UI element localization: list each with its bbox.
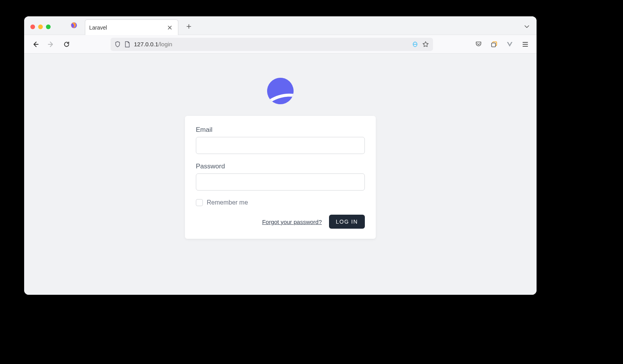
shield-icon	[114, 41, 121, 47]
remember-row: Remember me	[196, 199, 365, 206]
tab-overflow-button[interactable]	[521, 21, 533, 32]
extension-icon[interactable]	[412, 41, 418, 47]
reload-button[interactable]	[60, 38, 73, 51]
remember-label: Remember me	[207, 199, 248, 206]
password-input[interactable]	[196, 173, 365, 191]
multi-window-icon	[491, 41, 498, 48]
hamburger-icon	[522, 41, 529, 48]
forward-button[interactable]	[44, 38, 58, 51]
browser-toolbar: 127.0.0.1/login	[24, 35, 537, 54]
email-input[interactable]	[196, 137, 365, 154]
arrow-left-icon	[32, 41, 39, 48]
app-menu-button[interactable]	[519, 38, 532, 51]
plus-icon	[186, 24, 192, 29]
vue-devtools-button[interactable]	[503, 38, 516, 51]
email-label: Email	[196, 126, 365, 134]
browser-tab[interactable]: Laravel	[85, 19, 178, 35]
app-logo	[266, 77, 294, 105]
arrow-right-icon	[48, 41, 55, 48]
email-field-group: Email	[196, 126, 365, 154]
url-text: 127.0.0.1/login	[134, 41, 408, 47]
star-icon	[422, 41, 429, 48]
login-button[interactable]: LOG IN	[329, 215, 365, 229]
pocket-icon	[475, 41, 482, 48]
close-icon	[167, 25, 172, 30]
close-window-button[interactable]	[30, 24, 35, 29]
container-tabs-button[interactable]	[487, 38, 501, 51]
browser-window: Laravel	[24, 16, 537, 295]
tab-close-button[interactable]	[165, 24, 174, 31]
vue-icon	[506, 41, 513, 48]
page-icon	[125, 41, 130, 47]
minimize-window-button[interactable]	[38, 24, 43, 29]
password-label: Password	[196, 163, 365, 170]
actions-row: Forgot your password? LOG IN	[196, 215, 365, 229]
address-bar[interactable]: 127.0.0.1/login	[111, 38, 433, 51]
auth-container: Email Password Remember me Forgot your p…	[185, 77, 376, 239]
reload-icon	[63, 41, 70, 48]
login-card: Email Password Remember me Forgot your p…	[185, 116, 376, 239]
tab-title: Laravel	[89, 24, 165, 31]
pocket-button[interactable]	[472, 38, 485, 51]
bookmark-button[interactable]	[422, 41, 429, 48]
password-field-group: Password	[196, 163, 365, 191]
new-tab-button[interactable]	[183, 21, 195, 32]
window-controls	[30, 24, 51, 29]
forgot-password-link[interactable]: Forgot your password?	[262, 219, 322, 225]
page-viewport: Email Password Remember me Forgot your p…	[24, 54, 537, 295]
remember-checkbox[interactable]	[196, 199, 203, 206]
maximize-window-button[interactable]	[46, 24, 51, 29]
back-button[interactable]	[29, 38, 42, 51]
chevron-down-icon	[524, 23, 530, 30]
tab-strip: Laravel	[24, 16, 537, 35]
svg-rect-2	[492, 43, 496, 47]
firefox-icon	[70, 21, 78, 29]
